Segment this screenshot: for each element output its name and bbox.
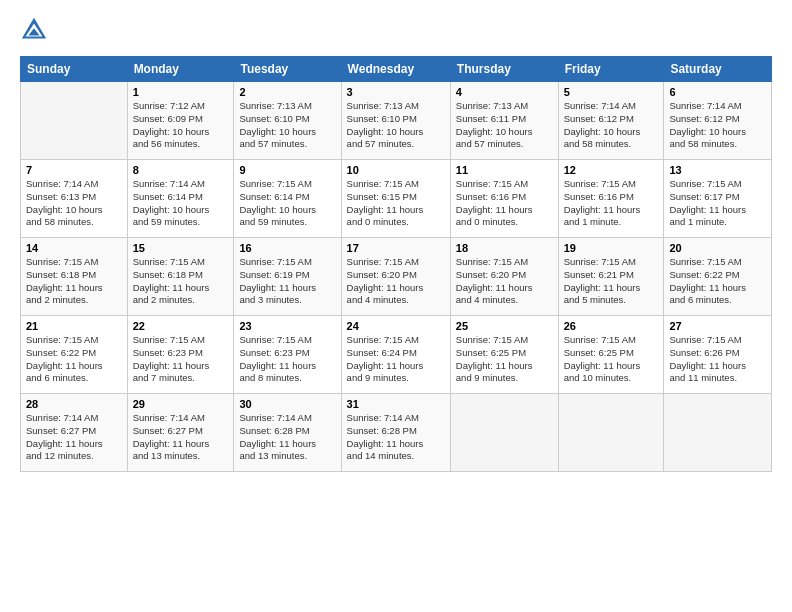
day-info: Sunrise: 7:15 AM Sunset: 6:25 PM Dayligh… [564, 334, 659, 385]
day-cell: 10Sunrise: 7:15 AM Sunset: 6:15 PM Dayli… [341, 160, 450, 238]
header-cell-sunday: Sunday [21, 57, 128, 82]
day-info: Sunrise: 7:15 AM Sunset: 6:18 PM Dayligh… [26, 256, 122, 307]
day-cell: 9Sunrise: 7:15 AM Sunset: 6:14 PM Daylig… [234, 160, 341, 238]
day-cell: 30Sunrise: 7:14 AM Sunset: 6:28 PM Dayli… [234, 394, 341, 472]
day-info: Sunrise: 7:15 AM Sunset: 6:24 PM Dayligh… [347, 334, 445, 385]
day-number: 30 [239, 398, 335, 410]
day-info: Sunrise: 7:14 AM Sunset: 6:14 PM Dayligh… [133, 178, 229, 229]
day-info: Sunrise: 7:15 AM Sunset: 6:21 PM Dayligh… [564, 256, 659, 307]
day-info: Sunrise: 7:14 AM Sunset: 6:12 PM Dayligh… [669, 100, 766, 151]
header-cell-wednesday: Wednesday [341, 57, 450, 82]
day-number: 10 [347, 164, 445, 176]
logo-icon [20, 16, 48, 44]
day-number: 4 [456, 86, 553, 98]
day-cell: 15Sunrise: 7:15 AM Sunset: 6:18 PM Dayli… [127, 238, 234, 316]
day-number: 26 [564, 320, 659, 332]
calendar-table: SundayMondayTuesdayWednesdayThursdayFrid… [20, 56, 772, 472]
day-cell: 26Sunrise: 7:15 AM Sunset: 6:25 PM Dayli… [558, 316, 664, 394]
day-number: 17 [347, 242, 445, 254]
day-number: 31 [347, 398, 445, 410]
day-info: Sunrise: 7:15 AM Sunset: 6:20 PM Dayligh… [347, 256, 445, 307]
day-info: Sunrise: 7:15 AM Sunset: 6:17 PM Dayligh… [669, 178, 766, 229]
day-cell: 8Sunrise: 7:14 AM Sunset: 6:14 PM Daylig… [127, 160, 234, 238]
day-info: Sunrise: 7:13 AM Sunset: 6:11 PM Dayligh… [456, 100, 553, 151]
day-number: 7 [26, 164, 122, 176]
day-cell: 6Sunrise: 7:14 AM Sunset: 6:12 PM Daylig… [664, 82, 772, 160]
day-cell: 20Sunrise: 7:15 AM Sunset: 6:22 PM Dayli… [664, 238, 772, 316]
day-cell: 27Sunrise: 7:15 AM Sunset: 6:26 PM Dayli… [664, 316, 772, 394]
day-number: 20 [669, 242, 766, 254]
calendar-body: 1Sunrise: 7:12 AM Sunset: 6:09 PM Daylig… [21, 82, 772, 472]
day-cell: 3Sunrise: 7:13 AM Sunset: 6:10 PM Daylig… [341, 82, 450, 160]
day-number: 23 [239, 320, 335, 332]
day-cell: 16Sunrise: 7:15 AM Sunset: 6:19 PM Dayli… [234, 238, 341, 316]
day-info: Sunrise: 7:15 AM Sunset: 6:22 PM Dayligh… [669, 256, 766, 307]
day-number: 25 [456, 320, 553, 332]
week-row-4: 21Sunrise: 7:15 AM Sunset: 6:22 PM Dayli… [21, 316, 772, 394]
day-number: 24 [347, 320, 445, 332]
day-info: Sunrise: 7:13 AM Sunset: 6:10 PM Dayligh… [347, 100, 445, 151]
day-cell: 11Sunrise: 7:15 AM Sunset: 6:16 PM Dayli… [450, 160, 558, 238]
day-number: 12 [564, 164, 659, 176]
day-number: 3 [347, 86, 445, 98]
day-number: 18 [456, 242, 553, 254]
day-cell [21, 82, 128, 160]
day-info: Sunrise: 7:15 AM Sunset: 6:22 PM Dayligh… [26, 334, 122, 385]
header-cell-monday: Monday [127, 57, 234, 82]
header [20, 16, 772, 44]
day-cell [450, 394, 558, 472]
header-cell-thursday: Thursday [450, 57, 558, 82]
day-info: Sunrise: 7:15 AM Sunset: 6:26 PM Dayligh… [669, 334, 766, 385]
day-cell: 24Sunrise: 7:15 AM Sunset: 6:24 PM Dayli… [341, 316, 450, 394]
day-cell: 1Sunrise: 7:12 AM Sunset: 6:09 PM Daylig… [127, 82, 234, 160]
day-cell: 28Sunrise: 7:14 AM Sunset: 6:27 PM Dayli… [21, 394, 128, 472]
day-cell: 29Sunrise: 7:14 AM Sunset: 6:27 PM Dayli… [127, 394, 234, 472]
week-row-5: 28Sunrise: 7:14 AM Sunset: 6:27 PM Dayli… [21, 394, 772, 472]
day-info: Sunrise: 7:15 AM Sunset: 6:23 PM Dayligh… [239, 334, 335, 385]
day-number: 15 [133, 242, 229, 254]
day-cell: 22Sunrise: 7:15 AM Sunset: 6:23 PM Dayli… [127, 316, 234, 394]
day-number: 11 [456, 164, 553, 176]
day-info: Sunrise: 7:14 AM Sunset: 6:28 PM Dayligh… [347, 412, 445, 463]
week-row-1: 1Sunrise: 7:12 AM Sunset: 6:09 PM Daylig… [21, 82, 772, 160]
day-cell: 5Sunrise: 7:14 AM Sunset: 6:12 PM Daylig… [558, 82, 664, 160]
header-cell-saturday: Saturday [664, 57, 772, 82]
day-info: Sunrise: 7:14 AM Sunset: 6:27 PM Dayligh… [26, 412, 122, 463]
day-cell: 25Sunrise: 7:15 AM Sunset: 6:25 PM Dayli… [450, 316, 558, 394]
day-cell: 14Sunrise: 7:15 AM Sunset: 6:18 PM Dayli… [21, 238, 128, 316]
day-info: Sunrise: 7:14 AM Sunset: 6:27 PM Dayligh… [133, 412, 229, 463]
day-number: 8 [133, 164, 229, 176]
day-info: Sunrise: 7:14 AM Sunset: 6:28 PM Dayligh… [239, 412, 335, 463]
day-info: Sunrise: 7:14 AM Sunset: 6:13 PM Dayligh… [26, 178, 122, 229]
day-info: Sunrise: 7:15 AM Sunset: 6:18 PM Dayligh… [133, 256, 229, 307]
day-info: Sunrise: 7:15 AM Sunset: 6:16 PM Dayligh… [564, 178, 659, 229]
day-number: 9 [239, 164, 335, 176]
day-number: 29 [133, 398, 229, 410]
day-cell: 7Sunrise: 7:14 AM Sunset: 6:13 PM Daylig… [21, 160, 128, 238]
day-cell: 13Sunrise: 7:15 AM Sunset: 6:17 PM Dayli… [664, 160, 772, 238]
day-cell: 23Sunrise: 7:15 AM Sunset: 6:23 PM Dayli… [234, 316, 341, 394]
day-info: Sunrise: 7:15 AM Sunset: 6:14 PM Dayligh… [239, 178, 335, 229]
week-row-2: 7Sunrise: 7:14 AM Sunset: 6:13 PM Daylig… [21, 160, 772, 238]
day-info: Sunrise: 7:15 AM Sunset: 6:20 PM Dayligh… [456, 256, 553, 307]
day-info: Sunrise: 7:15 AM Sunset: 6:25 PM Dayligh… [456, 334, 553, 385]
day-info: Sunrise: 7:15 AM Sunset: 6:15 PM Dayligh… [347, 178, 445, 229]
day-info: Sunrise: 7:15 AM Sunset: 6:16 PM Dayligh… [456, 178, 553, 229]
day-cell [558, 394, 664, 472]
day-number: 2 [239, 86, 335, 98]
day-cell: 31Sunrise: 7:14 AM Sunset: 6:28 PM Dayli… [341, 394, 450, 472]
day-number: 19 [564, 242, 659, 254]
day-cell: 17Sunrise: 7:15 AM Sunset: 6:20 PM Dayli… [341, 238, 450, 316]
day-number: 22 [133, 320, 229, 332]
week-row-3: 14Sunrise: 7:15 AM Sunset: 6:18 PM Dayli… [21, 238, 772, 316]
day-number: 6 [669, 86, 766, 98]
header-row: SundayMondayTuesdayWednesdayThursdayFrid… [21, 57, 772, 82]
day-cell: 21Sunrise: 7:15 AM Sunset: 6:22 PM Dayli… [21, 316, 128, 394]
day-number: 5 [564, 86, 659, 98]
day-number: 21 [26, 320, 122, 332]
day-cell [664, 394, 772, 472]
day-number: 16 [239, 242, 335, 254]
day-cell: 19Sunrise: 7:15 AM Sunset: 6:21 PM Dayli… [558, 238, 664, 316]
header-cell-tuesday: Tuesday [234, 57, 341, 82]
page: SundayMondayTuesdayWednesdayThursdayFrid… [0, 0, 792, 612]
